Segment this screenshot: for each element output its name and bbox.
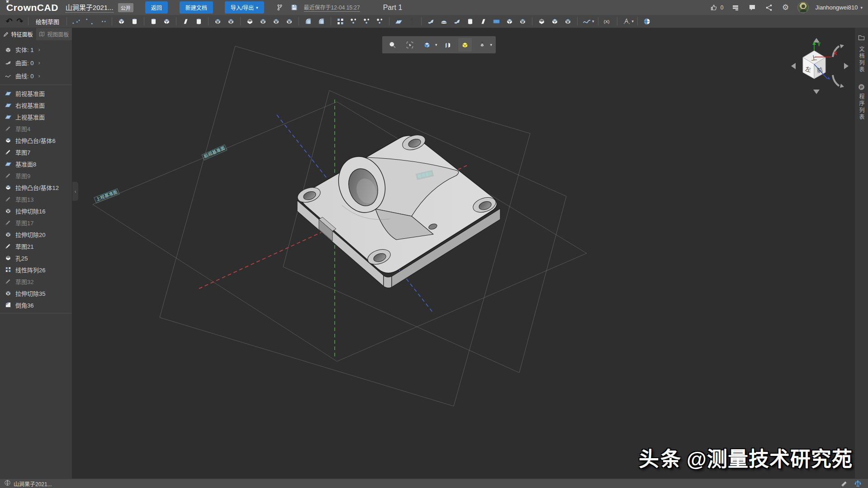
- undo-button[interactable]: ↶: [4, 16, 14, 27]
- feature-row[interactable]: 前视基准面: [0, 87, 72, 99]
- viewport-3d[interactable]: 上视基准面 前视基准面 基准面8 ▾▾: [72, 28, 854, 479]
- feature-row[interactable]: 草图13: [0, 193, 72, 205]
- section-view-icon[interactable]: [441, 38, 455, 52]
- comment-icon[interactable]: [747, 3, 757, 13]
- zoom-fit-icon[interactable]: [403, 38, 417, 52]
- sweep-cut-icon[interactable]: [256, 15, 270, 27]
- loft-cut-icon[interactable]: [270, 15, 283, 27]
- redo-button[interactable]: ↷: [14, 16, 25, 27]
- view-cube[interactable]: Y X 上 左 前: [789, 37, 850, 96]
- feature-row[interactable]: 草图21: [0, 240, 72, 252]
- extrude-boss-icon[interactable]: [115, 15, 128, 27]
- display-style-icon[interactable]: [475, 38, 489, 52]
- app-logo[interactable]: ♛ CrownCAD: [5, 2, 58, 13]
- sidebar-collapse-handle[interactable]: ‹: [72, 182, 78, 201]
- wrap-cut-icon[interactable]: [283, 15, 296, 27]
- feature-row[interactable]: 草图9: [0, 170, 72, 181]
- username[interactable]: Jianhongwei810: [816, 4, 858, 11]
- program-list-button[interactable]: 程序列表: [858, 94, 865, 121]
- settings-gear-icon[interactable]: ⚙: [781, 3, 791, 13]
- equation-icon[interactable]: (X): [601, 15, 614, 27]
- dome-icon[interactable]: [437, 15, 451, 27]
- feature-row[interactable]: 右视基准面: [0, 99, 72, 111]
- viewcube-arrow-right[interactable]: [844, 63, 849, 69]
- doc-list-button[interactable]: 文档列表: [858, 46, 865, 73]
- avatar[interactable]: [797, 2, 809, 13]
- view-orientation-icon[interactable]: [420, 38, 434, 52]
- feature-row[interactable]: 拉伸切除20: [0, 228, 72, 240]
- annotation-chevron-down-icon[interactable]: ▾: [632, 19, 634, 24]
- feature-row[interactable]: 基准面8: [0, 158, 72, 170]
- feature-row[interactable]: 上视基准面: [0, 111, 72, 123]
- feature-row[interactable]: 草图32: [0, 275, 72, 287]
- statusbar-doc-name[interactable]: 山涧果子2021...: [14, 480, 52, 488]
- thicken-icon[interactable]: [192, 15, 205, 27]
- model-canvas[interactable]: [72, 28, 854, 479]
- part-model[interactable]: [296, 133, 500, 288]
- feature-row[interactable]: 拉伸凸台/基体6: [0, 134, 72, 146]
- boolean-icon[interactable]: [490, 15, 503, 27]
- split-icon[interactable]: [503, 15, 516, 27]
- chevron-right-icon[interactable]: ›: [38, 59, 40, 66]
- tab-feature-panel[interactable]: 特征面板: [0, 28, 36, 40]
- new-document-button[interactable]: 新建文档: [180, 1, 213, 14]
- feature-row[interactable]: 拉伸切除16: [0, 205, 72, 217]
- summary-row-surface[interactable]: 曲面: 0›: [0, 56, 72, 69]
- sweep-boss-icon[interactable]: [147, 15, 160, 27]
- document-title[interactable]: 山涧果子2021...: [66, 2, 114, 13]
- material-icon[interactable]: [640, 15, 654, 27]
- zoom-area-icon[interactable]: [386, 38, 399, 52]
- circular-pattern-icon[interactable]: [347, 15, 360, 27]
- feature-row[interactable]: 草图7: [0, 146, 72, 158]
- viewcube-arrow-down[interactable]: [813, 90, 820, 94]
- draft-icon[interactable]: [477, 15, 490, 27]
- import-export-button[interactable]: 导入/导出 ▾: [225, 1, 264, 14]
- share-icon[interactable]: [764, 3, 774, 13]
- linear-pattern-icon[interactable]: [334, 15, 347, 27]
- summary-row-curve[interactable]: 曲线: 0›: [0, 69, 72, 82]
- like-icon[interactable]: [709, 3, 719, 13]
- chamfer-icon[interactable]: [315, 15, 328, 27]
- summary-row-solid[interactable]: 实体: 1›: [0, 43, 72, 56]
- tab-view-panel[interactable]: 视图面板: [36, 28, 72, 40]
- view-orientation-chevron-down-icon[interactable]: ▾: [435, 43, 437, 47]
- ref-plane-icon[interactable]: [392, 15, 405, 27]
- freeform-icon[interactable]: [451, 15, 464, 27]
- table-pattern-icon[interactable]: [373, 15, 386, 27]
- combine-icon[interactable]: [516, 15, 529, 27]
- rib-icon[interactable]: [179, 15, 192, 27]
- fillet-icon[interactable]: [302, 15, 315, 27]
- move-body-icon[interactable]: [561, 15, 574, 27]
- revolve-cut-icon[interactable]: [224, 15, 237, 27]
- viewcube-arrow-left[interactable]: [791, 63, 796, 69]
- measure-icon[interactable]: [840, 480, 848, 488]
- hole-wizard-icon[interactable]: [243, 15, 256, 27]
- display-style-chevron-down-icon[interactable]: ▾: [490, 43, 493, 47]
- feature-row[interactable]: 线性阵列26: [0, 264, 72, 275]
- chevron-right-icon[interactable]: ›: [38, 46, 40, 53]
- instance-icon[interactable]: [535, 15, 548, 27]
- feature-row[interactable]: 草图4: [0, 123, 72, 134]
- mass-properties-icon[interactable]: [854, 480, 862, 488]
- chevron-right-icon[interactable]: ›: [38, 72, 40, 79]
- history-list-icon[interactable]: [730, 3, 740, 13]
- spline-icon[interactable]: [70, 15, 83, 27]
- save-icon[interactable]: [289, 3, 299, 13]
- feature-row[interactable]: 拉伸切除35: [0, 287, 72, 299]
- revolve-boss-icon[interactable]: [128, 15, 141, 27]
- surface-stitch-icon[interactable]: [424, 15, 437, 27]
- loft-boss-icon[interactable]: [160, 15, 173, 27]
- back-button[interactable]: 返回: [145, 1, 168, 14]
- curve-tools-chevron-down-icon[interactable]: ▾: [592, 19, 594, 24]
- annotation-icon[interactable]: A: [620, 15, 633, 27]
- extrude-cut-icon[interactable]: [211, 15, 224, 27]
- user-menu-chevron-icon[interactable]: ▾: [860, 5, 863, 10]
- draw-sketch-button[interactable]: 绘制草图: [31, 16, 64, 27]
- mirror-pattern-icon[interactable]: [360, 15, 373, 27]
- part-tab[interactable]: Part 1: [383, 4, 403, 12]
- version-branch-icon[interactable]: [275, 3, 285, 13]
- circle-icon[interactable]: [96, 15, 109, 27]
- derive-icon[interactable]: [548, 15, 561, 27]
- shell-icon[interactable]: [464, 15, 477, 27]
- feature-row[interactable]: 草图17: [0, 217, 72, 228]
